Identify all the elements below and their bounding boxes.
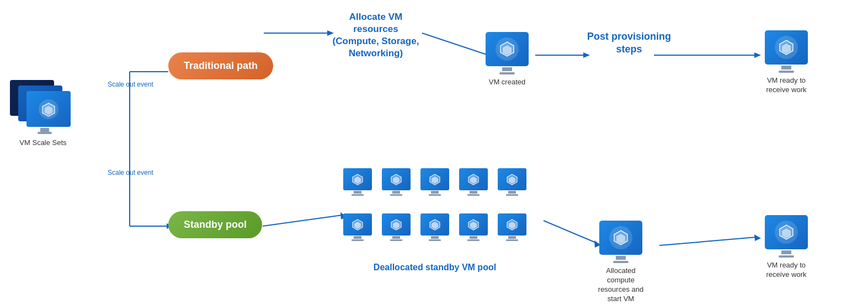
vm-scale-sets-label: VM Scale Sets bbox=[10, 138, 76, 147]
standby-pool-pill: Standby pool bbox=[168, 211, 262, 238]
post-provisioning-label: Post provisioning steps bbox=[585, 30, 673, 56]
standby-vm-6 bbox=[339, 213, 376, 256]
standby-vm-10 bbox=[494, 213, 530, 256]
svg-line-18 bbox=[659, 237, 756, 245]
svg-line-16 bbox=[544, 221, 596, 243]
scale-event-bottom: Scale out event bbox=[108, 168, 153, 178]
standby-vm-8 bbox=[417, 213, 453, 256]
standby-vm-5 bbox=[494, 168, 530, 211]
standby-vm-4 bbox=[455, 168, 492, 211]
standby-pool-label: Deallocated standby VM pool bbox=[339, 262, 530, 274]
vm-ready-bottom-icon: VM ready to receive work bbox=[759, 215, 814, 280]
vm-ready-top-icon: VM ready to receive work bbox=[759, 30, 814, 95]
svg-line-14 bbox=[263, 215, 342, 226]
standby-vm-7 bbox=[378, 213, 414, 256]
standby-vm-1 bbox=[339, 168, 376, 211]
scale-event-top: Scale out event bbox=[108, 80, 153, 89]
allocate-vm-label: Allocate VM resources (Compute, Storage,… bbox=[329, 11, 423, 60]
traditional-path-pill: Traditional path bbox=[168, 52, 273, 79]
standby-pool-grid: Deallocated standby VM pool bbox=[339, 168, 530, 274]
allocated-compute-icon: Allocated compute resources and start VM bbox=[593, 221, 648, 304]
standby-vm-3 bbox=[417, 168, 453, 211]
svg-line-6 bbox=[422, 33, 488, 55]
standby-vm-9 bbox=[455, 213, 492, 256]
vm-created-icon: VM created bbox=[486, 32, 529, 87]
diagram-container: 🖥 ⬡ VM Scale Sets Scale out even bbox=[0, 0, 868, 305]
vm-scale-sets-group: 🖥 ⬡ VM Scale Sets bbox=[10, 80, 76, 147]
standby-vm-2 bbox=[378, 168, 414, 211]
